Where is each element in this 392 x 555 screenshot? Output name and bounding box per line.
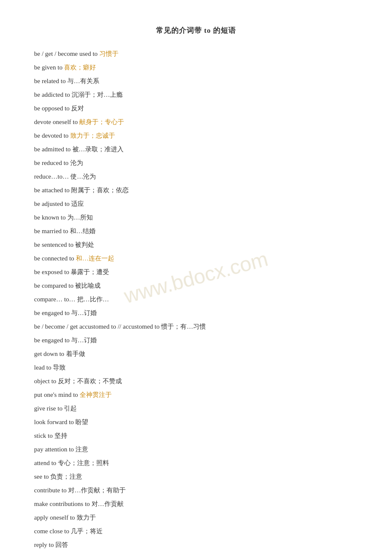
- phrase-english: reply to: [34, 541, 55, 548]
- phrase-english: apply oneself to: [34, 514, 77, 521]
- phrase-english: lead to: [34, 364, 53, 371]
- phrase-chinese: 致力于；忠诚于: [70, 132, 115, 139]
- phrase-english: be married to: [34, 228, 70, 234]
- phrase-chinese: 沉溺于；对…上瘾: [72, 91, 123, 98]
- list-item: stick to 坚持: [34, 429, 358, 442]
- page-title: 常见的介词带 to 的短语: [34, 26, 358, 35]
- phrase-english: compare… to…: [34, 296, 77, 303]
- phrase-english: attend to: [34, 460, 58, 466]
- phrase-english: look forward to: [34, 419, 75, 425]
- phrase-chinese: 全神贯注于: [80, 391, 112, 398]
- phrase-english: be adjusted to: [34, 200, 71, 207]
- list-item: be related to 与…有关系: [34, 75, 358, 87]
- phrase-english: object to: [34, 378, 58, 384]
- phrase-english: be admitted to: [34, 146, 72, 153]
- phrase-chinese: 沦为: [70, 159, 83, 166]
- list-item: be exposed to 暴露于；遭受: [34, 266, 358, 278]
- phrase-english: be compared to: [34, 282, 75, 289]
- phrase-english: get down to: [34, 350, 66, 357]
- list-item: apply oneself to 致力于: [34, 511, 358, 524]
- phrase-english: be opposed to: [34, 105, 71, 112]
- phrase-english: be given to: [34, 64, 64, 71]
- phrase-chinese: 使…沦为: [70, 173, 96, 180]
- list-item: see to 负责；注意: [34, 470, 358, 483]
- phrase-chinese: 为…所知: [67, 214, 93, 221]
- phrase-chinese: 被判处: [75, 241, 94, 248]
- phrase-chinese: 致力于: [77, 514, 96, 521]
- phrase-list: be / get / become used to 习惯于be given to…: [34, 47, 358, 555]
- list-item: reply to 回答: [34, 538, 358, 551]
- phrase-chinese: 与…有关系: [67, 78, 99, 84]
- list-item: object to 反对；不喜欢；不赞成: [34, 375, 358, 387]
- list-item: be sentenced to 被判处: [34, 238, 358, 251]
- list-item: be compared to 被比喻成: [34, 279, 358, 292]
- phrase-english: be reduced to: [34, 159, 70, 166]
- list-item: make contributions to 对…作贡献: [34, 497, 358, 510]
- phrase-chinese: 献身于；专心于: [79, 119, 124, 125]
- phrase-chinese: 适应: [71, 200, 84, 207]
- phrase-english: contribute to: [34, 487, 68, 494]
- phrase-english: be attached to: [34, 187, 71, 194]
- list-item: contribute to 对…作贡献；有助于: [34, 484, 358, 497]
- list-item: be / get / become used to 习惯于: [34, 47, 358, 60]
- list-item: look forward to 盼望: [34, 416, 358, 428]
- phrase-english: be engaged to: [34, 309, 71, 316]
- list-item: lead to 导致: [34, 361, 358, 374]
- list-item: be attached to 附属于；喜欢；依恋: [34, 184, 358, 197]
- list-item: attend to 专心；注意；照料: [34, 457, 358, 469]
- phrase-english: be related to: [34, 78, 67, 84]
- list-item: be adjusted to 适应: [34, 197, 358, 210]
- phrase-chinese: 习惯于: [99, 50, 118, 57]
- phrase-chinese: 附属于；喜欢；依恋: [71, 187, 129, 194]
- list-item: be addicted to 沉溺于；对…上瘾: [34, 88, 358, 101]
- list-item: be connected to 和…连在一起: [34, 252, 358, 265]
- phrase-chinese: 和…连在一起: [76, 255, 114, 262]
- list-item: be reduced to 沦为: [34, 156, 358, 169]
- list-item: compare… to… 把…比作…: [34, 293, 358, 306]
- phrase-english: reduce…to…: [34, 173, 70, 180]
- phrase-chinese: 和…结婚: [70, 228, 95, 234]
- phrase-chinese: 着手做: [66, 350, 85, 357]
- phrase-english: come close to: [34, 528, 71, 535]
- phrase-chinese: 专心；注意；照料: [58, 460, 109, 466]
- phrase-english: make contributions to: [34, 500, 92, 507]
- list-item: devote oneself to 献身于；专心于: [34, 116, 358, 128]
- phrase-english: be / become / get accustomed to // accus…: [34, 323, 161, 330]
- phrase-english: see to: [34, 473, 50, 480]
- phrase-chinese: 坚持: [55, 432, 67, 439]
- phrase-chinese: 对…作贡献；有助于: [68, 487, 126, 494]
- list-item: be engaged to 与…订婚: [34, 306, 358, 319]
- phrase-chinese: 与…订婚: [71, 337, 97, 344]
- phrase-chinese: 负责；注意: [50, 473, 82, 480]
- phrase-english: be devoted to: [34, 132, 70, 139]
- phrase-chinese: 暴露于；遭受: [71, 269, 109, 275]
- list-item: get down to 着手做: [34, 347, 358, 360]
- phrase-english: be / get / become used to: [34, 50, 99, 57]
- list-item: pay attention to 注意: [34, 443, 358, 456]
- list-item: be opposed to 反对: [34, 102, 358, 115]
- phrase-english: be sentenced to: [34, 241, 75, 248]
- list-item: be married to 和…结婚: [34, 225, 358, 237]
- phrase-chinese: 导致: [53, 364, 66, 371]
- list-item: reduce…to… 使…沦为: [34, 170, 358, 183]
- phrase-chinese: 反对；不喜欢；不赞成: [58, 378, 122, 384]
- phrase-chinese: 回答: [55, 541, 68, 548]
- phrase-chinese: 反对: [71, 105, 84, 112]
- phrase-english: devote oneself to: [34, 119, 79, 125]
- list-item: come close to 几乎；将近: [34, 525, 358, 538]
- phrase-chinese: 惯于；有…习惯: [161, 323, 206, 330]
- list-item: be engaged to 与…订婚: [34, 334, 358, 347]
- phrase-chinese: 盼望: [75, 419, 88, 425]
- phrase-english: stick to: [34, 432, 55, 439]
- phrase-english: put one's mind to: [34, 391, 80, 398]
- phrase-english: be addicted to: [34, 91, 72, 98]
- list-item: be admitted to 被…录取；准进入: [34, 143, 358, 156]
- phrase-chinese: 几乎；将近: [71, 528, 103, 535]
- list-item: be devoted to 致力于；忠诚于: [34, 129, 358, 142]
- phrase-chinese: 引起: [64, 405, 77, 412]
- phrase-chinese: 被…录取；准进入: [72, 146, 124, 153]
- phrase-chinese: 喜欢；癖好: [64, 64, 96, 71]
- phrase-english: give rise to: [34, 405, 64, 412]
- list-item: add to 增加: [34, 552, 358, 555]
- phrase-chinese: 被比喻成: [75, 282, 101, 289]
